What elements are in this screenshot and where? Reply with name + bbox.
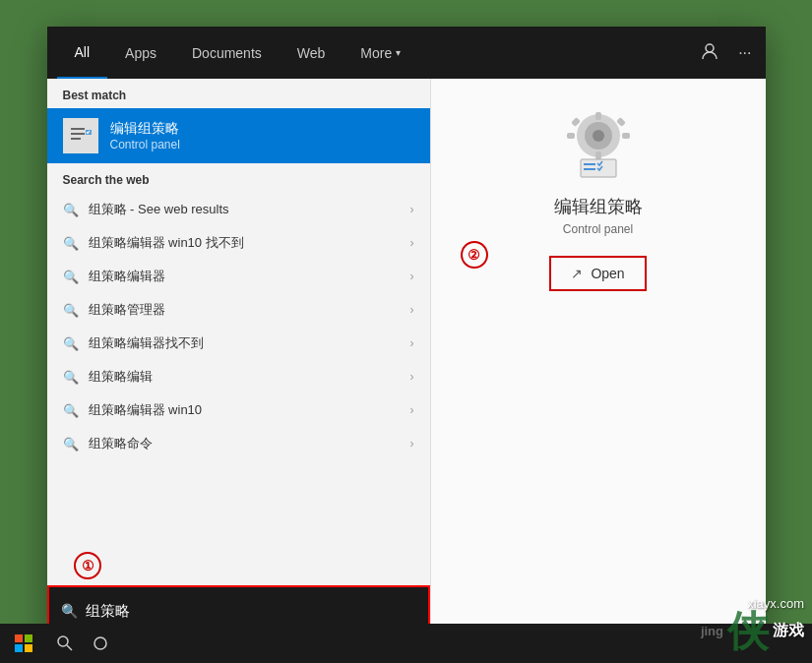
- result-text: 组策略 - See web results: [89, 201, 401, 218]
- list-item[interactable]: 🔍 组策略管理器 ›: [47, 293, 430, 327]
- arrow-icon: ›: [410, 437, 414, 451]
- list-item[interactable]: 🔍 组策略编辑器 win10 ›: [47, 393, 430, 427]
- search-icon: 🔍: [63, 370, 79, 385]
- svg-rect-3: [71, 133, 85, 135]
- best-match-text: 编辑组策略 Control panel: [110, 120, 180, 151]
- svg-rect-2: [71, 128, 85, 130]
- list-item[interactable]: 🔍 组策略编辑器 ›: [47, 260, 430, 293]
- result-text: 组策略管理器: [89, 301, 401, 319]
- svg-rect-17: [584, 168, 595, 170]
- svg-point-8: [593, 130, 604, 142]
- arrow-icon: ›: [410, 370, 414, 384]
- svg-rect-11: [567, 133, 575, 139]
- search-icon: 🔍: [63, 403, 79, 418]
- svg-line-23: [67, 645, 72, 650]
- result-text: 组策略编辑: [89, 368, 401, 386]
- right-panel: 编辑组策略 Control panel ② ↗ Open: [431, 79, 766, 636]
- app-icon-large: [563, 108, 634, 179]
- result-text: 组策略命令: [89, 435, 401, 452]
- svg-rect-19: [25, 634, 32, 642]
- list-item[interactable]: 🔍 组策略编辑 ›: [47, 360, 430, 393]
- taskbar-task-view[interactable]: [83, 624, 118, 663]
- nav-tabs: All Apps Documents Web More ▾ ···: [47, 27, 766, 79]
- result-text: 组策略编辑器找不到: [89, 334, 401, 352]
- open-icon: ↗: [571, 266, 583, 281]
- nav-icons: ···: [697, 38, 755, 68]
- list-item[interactable]: 🔍 组策略编辑器找不到 ›: [47, 327, 430, 360]
- svg-point-0: [706, 44, 714, 52]
- svg-point-22: [58, 636, 68, 646]
- search-icon: 🔍: [63, 303, 79, 318]
- arrow-icon: ›: [410, 270, 414, 283]
- list-item[interactable]: 🔍 组策略编辑器 win10 找不到 ›: [47, 226, 430, 260]
- svg-rect-9: [595, 112, 601, 120]
- tab-all[interactable]: All: [57, 27, 108, 79]
- svg-rect-21: [25, 644, 32, 652]
- left-panel: Best match 编辑组策略 Control panel: [47, 79, 431, 636]
- best-match-label: Best match: [47, 79, 430, 108]
- chevron-down-icon: ▾: [396, 47, 401, 58]
- tab-web[interactable]: Web: [280, 27, 344, 79]
- taskbar-search-icon[interactable]: [47, 624, 83, 663]
- search-icon: 🔍: [63, 270, 79, 284]
- svg-rect-4: [71, 138, 81, 140]
- open-button[interactable]: ↗ Open: [549, 256, 646, 291]
- best-match-title: 编辑组策略: [110, 120, 180, 138]
- person-icon[interactable]: [697, 38, 722, 68]
- app-name-large: 编辑组策略: [554, 195, 643, 218]
- search-icon: 🔍: [63, 437, 79, 452]
- list-item[interactable]: 🔍 组策略 - See web results ›: [47, 193, 430, 226]
- app-type: Control panel: [563, 222, 633, 236]
- search-icon: 🔍: [63, 336, 79, 351]
- more-options-icon[interactable]: ···: [734, 40, 755, 66]
- app-icon-small: [63, 118, 98, 153]
- tab-documents[interactable]: Documents: [174, 27, 280, 79]
- tab-apps[interactable]: Apps: [107, 27, 174, 79]
- svg-rect-16: [584, 163, 595, 165]
- result-text: 组策略编辑器: [89, 268, 401, 285]
- arrow-icon: ›: [410, 203, 414, 216]
- arrow-icon: ›: [410, 303, 414, 317]
- svg-rect-18: [15, 634, 23, 642]
- svg-rect-1: [67, 122, 94, 150]
- search-input[interactable]: [86, 603, 416, 620]
- svg-rect-12: [622, 133, 630, 139]
- svg-rect-10: [595, 151, 601, 159]
- web-section-label: Search the web: [47, 163, 430, 193]
- arrow-icon: ›: [410, 236, 414, 250]
- list-item[interactable]: 🔍 组策略命令 ›: [47, 427, 430, 460]
- svg-rect-20: [15, 644, 23, 652]
- arrow-icon: ›: [410, 336, 414, 350]
- result-text: 组策略编辑器 win10 找不到: [89, 234, 401, 252]
- search-window: All Apps Documents Web More ▾ ···: [47, 27, 766, 636]
- best-match-item[interactable]: 编辑组策略 Control panel: [47, 108, 430, 163]
- tab-more[interactable]: More ▾: [343, 27, 418, 79]
- result-text: 组策略编辑器 win10: [89, 401, 401, 419]
- taskbar: [0, 624, 812, 663]
- start-button[interactable]: [0, 624, 47, 663]
- svg-rect-13: [571, 117, 581, 127]
- svg-rect-14: [616, 117, 626, 127]
- search-icon: 🔍: [63, 203, 79, 217]
- search-bar-icon: 🔍: [61, 603, 78, 619]
- content-area: Best match 编辑组策略 Control panel: [47, 79, 766, 636]
- svg-point-24: [94, 637, 106, 649]
- search-icon: 🔍: [63, 236, 79, 251]
- best-match-subtitle: Control panel: [110, 138, 180, 151]
- arrow-icon: ›: [410, 403, 414, 417]
- annotation-2: ②: [461, 241, 488, 269]
